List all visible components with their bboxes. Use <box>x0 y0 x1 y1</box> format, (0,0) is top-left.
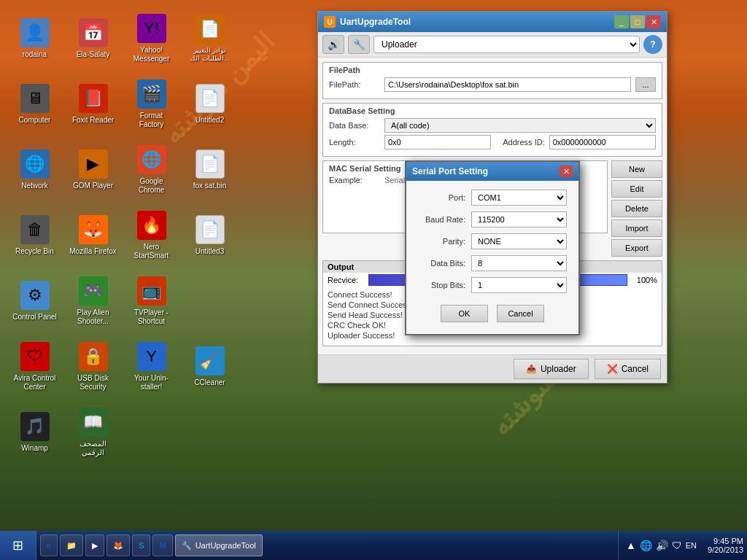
ela-salaty-icon: 📅 <box>79 18 108 47</box>
baud-select[interactable]: 9600 19200 38400 57600 115200 <box>471 211 567 228</box>
clock[interactable]: 9:45 PM 9/20/2013 <box>704 537 747 554</box>
toolbar-icon-btn-1[interactable]: 🔊 <box>322 35 344 54</box>
tray-network-icon[interactable]: 🌐 <box>640 540 652 551</box>
start-button[interactable]: ⊞ <box>0 531 36 560</box>
uploader-icon: 📤 <box>526 364 537 374</box>
taskbar-media-btn[interactable]: ▶ <box>85 534 104 556</box>
desktop-icon-usb-disk[interactable]: 🔒 USB Disk Security <box>66 335 120 397</box>
close-button[interactable]: ✕ <box>646 15 661 28</box>
tray-arrow-up[interactable]: ▲ <box>626 540 636 551</box>
usb-disk-icon: 🔒 <box>79 342 108 371</box>
uploader-button[interactable]: 📤 Uploader <box>514 359 589 379</box>
taskbar-uart-btn[interactable]: 🔧 UartUpgradeTool <box>175 534 263 556</box>
nuadat-label: نوادر التغييرالطلبات الك... <box>190 47 229 63</box>
stopbits-row: Stop Bits: 1 1.5 2 <box>418 277 567 293</box>
desktop-icon-untitled3[interactable]: 📄 Untitled3 <box>182 204 237 266</box>
desktop-icon-chrome[interactable]: 🌐 Google Chrome <box>124 139 179 201</box>
example-label: Example: <box>329 176 380 184</box>
desktop-icon-format-factory[interactable]: 🎬 Format Factory <box>124 73 179 135</box>
control-panel-icon: ⚙ <box>20 281 50 310</box>
winamp-icon: 🎵 <box>20 412 50 441</box>
desktop-icon-untitled2[interactable]: 📄 Untitled2 <box>182 73 237 135</box>
fox-sat-label: fox sat.bin <box>193 182 227 190</box>
desktop-icon-nero[interactable]: 🔥 Nero StartSmart <box>124 204 179 266</box>
desktop-icon-fox-sat[interactable]: 📄 fox sat.bin <box>182 139 237 201</box>
tray-audio-icon[interactable]: 🔊 <box>656 540 668 551</box>
stopbits-select[interactable]: 1 1.5 2 <box>471 277 567 293</box>
avira-label: Avira Control Center <box>11 374 58 392</box>
browse-button[interactable]: ... <box>635 77 656 92</box>
untitled2-icon: 📄 <box>196 84 225 113</box>
length-input[interactable] <box>384 135 491 149</box>
port-row: Port: COM1 COM2 COM3 COM4 <box>418 190 567 206</box>
window-controls: _ □ ✕ <box>614 15 661 28</box>
databits-row: Data Bits: 5 6 7 8 <box>418 255 567 271</box>
desktop-icon-network[interactable]: 🌐 Network <box>7 139 62 201</box>
icon-grid: 👤 rodaina 📅 Ela-Salaty Y! Yahoo! Messeng… <box>0 0 233 474</box>
cancel-button[interactable]: ❌ Cancel <box>595 359 661 379</box>
desktop-icon-avira[interactable]: 🛡 Avira Control Center <box>7 335 62 397</box>
new-button[interactable]: New <box>611 160 662 178</box>
recycle-bin-icon: 🗑 <box>20 215 50 244</box>
desktop-icon-computer[interactable]: 🖥 Computer <box>7 73 62 135</box>
desktop-icon-play-alien[interactable]: 🎮 Play Alien Shooter... <box>66 270 120 332</box>
databits-select[interactable]: 5 6 7 8 <box>471 255 567 271</box>
recvice-label: Recvice: <box>328 276 364 284</box>
desktop-icon-mozilla[interactable]: 🦊 Mozilla Firefox <box>66 204 120 266</box>
port-select[interactable]: COM1 COM2 COM3 COM4 <box>471 190 567 206</box>
desktop-icon-control-panel[interactable]: ⚙ Control Panel <box>7 270 62 332</box>
desktop-icon-your-unin[interactable]: Y Your Unin-staller! <box>124 335 179 397</box>
network-icon: 🌐 <box>20 149 50 179</box>
desktop-icon-quran[interactable]: 📖 المصحف الرقمي <box>66 401 120 463</box>
databits-label: Data Bits: <box>418 259 465 268</box>
parity-row: Parity: NONE ODD EVEN <box>418 233 567 249</box>
tvplayer-icon: 📺 <box>137 276 166 306</box>
database-label: Data Base: <box>329 121 380 130</box>
address-id-input[interactable] <box>549 135 656 149</box>
taskbar-outlook-btn[interactable]: M <box>152 534 172 556</box>
desktop-icon-gom[interactable]: ▶ GOM Player <box>66 139 120 201</box>
serial-dialog-close[interactable]: ✕ <box>560 166 573 177</box>
edit-button[interactable]: Edit <box>611 180 662 198</box>
desktop-icon-rodaina[interactable]: 👤 rodaina <box>7 7 62 69</box>
maximize-button[interactable]: □ <box>630 15 645 28</box>
tray-security-icon[interactable]: 🛡 <box>672 540 682 551</box>
taskbar-firefox-btn[interactable]: 🦊 <box>107 534 130 556</box>
desktop-icon-ela-salaty[interactable]: 📅 Ela-Salaty <box>66 7 120 69</box>
database-dropdown[interactable]: A(all code) <box>384 118 656 133</box>
nuadat-icon: 📄 <box>196 15 225 44</box>
delete-button[interactable]: Delete <box>611 200 662 217</box>
ccleaner-icon: 🧹 <box>196 346 225 376</box>
desktop-icon-winamp[interactable]: 🎵 Winamp <box>7 401 62 463</box>
desktop-icon-recycle[interactable]: 🗑 Recycle Bin <box>7 204 62 266</box>
nero-icon: 🔥 <box>137 211 166 240</box>
parity-select[interactable]: NONE ODD EVEN <box>471 233 567 249</box>
minimize-button[interactable]: _ <box>614 15 629 28</box>
rodaina-label: rodaina <box>23 50 47 59</box>
desktop-icon-yahoo[interactable]: Y! Yahoo! Messenger <box>124 7 179 69</box>
dialog-cancel-button[interactable]: Cancel <box>497 305 544 322</box>
taskbar-skype-btn[interactable]: S <box>132 534 150 556</box>
help-button[interactable]: ? <box>643 35 662 54</box>
ela-salaty-label: Ela-Salaty <box>77 50 110 59</box>
mode-dropdown[interactable]: Uploader <box>374 36 640 53</box>
taskbar-ie-btn[interactable]: e <box>40 534 58 556</box>
desktop-icon-ccleaner[interactable]: 🧹 CCleaner <box>182 335 237 397</box>
taskbar-explorer-btn[interactable]: 📁 <box>60 534 83 556</box>
network-label: Network <box>21 182 48 190</box>
your-unin-icon: Y <box>137 342 166 371</box>
dialog-ok-button[interactable]: OK <box>441 305 488 322</box>
export-button[interactable]: Export <box>611 239 662 257</box>
taskbar: ⊞ e 📁 ▶ 🦊 S M 🔧 Ua <box>0 531 747 560</box>
filepath-input[interactable] <box>384 77 631 92</box>
chrome-icon: 🌐 <box>137 145 166 174</box>
format-factory-icon: 🎬 <box>137 79 166 109</box>
desktop-icons-area: 👤 rodaina 📅 Ela-Salaty Y! Yahoo! Messeng… <box>0 0 233 525</box>
toolbar-icon-btn-2[interactable]: 🔧 <box>348 35 370 54</box>
desktop-icon-nuadat[interactable]: 📄 نوادر التغييرالطلبات الك... <box>182 7 237 69</box>
desktop-icon-tvplayer[interactable]: 📺 TVPlayer - Shortcut <box>124 270 179 332</box>
dialog-buttons: OK Cancel <box>418 299 567 325</box>
desktop-icon-foxit[interactable]: 📕 Foxit Reader <box>66 73 120 135</box>
import-button[interactable]: Import <box>611 219 662 237</box>
your-unin-label: Your Unin-staller! <box>128 374 175 392</box>
